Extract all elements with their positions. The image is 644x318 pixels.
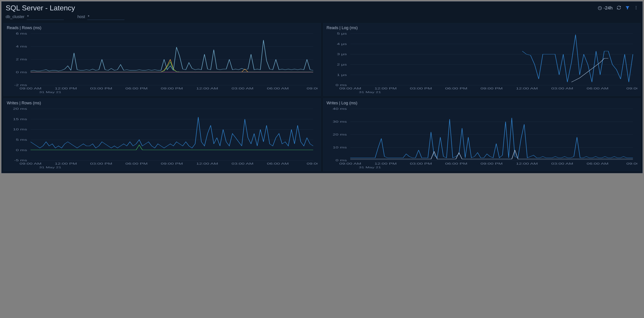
svg-text:09:00: 09:00 (626, 162, 637, 165)
panel-reads-log[interactable]: Reads | Log (ms) 0 ms1 µs2 µs3 µs4 µs5 µ… (323, 23, 640, 96)
svg-text:31 May 21: 31 May 21 (39, 166, 61, 169)
svg-text:03:00 AM: 03:00 AM (551, 87, 573, 90)
svg-text:12:00 PM: 12:00 PM (55, 87, 77, 90)
svg-text:31 May 21: 31 May 21 (359, 166, 381, 169)
chart-reads-rows[interactable]: -2 ms0 ms2 ms4 ms6 ms09:00 AM12:00 PM03:… (7, 31, 318, 94)
svg-text:09:00 AM: 09:00 AM (20, 87, 42, 90)
panel-title: Reads | Log (ms) (326, 25, 637, 30)
svg-text:09:00: 09:00 (306, 87, 318, 90)
svg-text:12:00 AM: 12:00 AM (516, 162, 538, 165)
svg-text:-5 ms: -5 ms (14, 159, 27, 162)
svg-text:09:00 PM: 09:00 PM (480, 87, 502, 90)
svg-point-1 (636, 6, 636, 6)
panel-writes-log[interactable]: Writes | Log (ms) 0 ms10 ms20 ms30 ms40 … (323, 98, 640, 171)
svg-text:06:00 PM: 06:00 PM (125, 162, 148, 165)
svg-text:03:00 AM: 03:00 AM (551, 162, 573, 165)
svg-text:20 ms: 20 ms (333, 133, 347, 136)
filter-db-cluster[interactable]: db_cluster * (6, 14, 64, 20)
svg-text:15 ms: 15 ms (13, 118, 27, 121)
svg-text:09:00: 09:00 (626, 87, 637, 90)
panel-grid: Reads | Rows (ms) -2 ms0 ms2 ms4 ms6 ms0… (2, 23, 642, 173)
svg-text:12:00 AM: 12:00 AM (196, 87, 218, 90)
svg-text:12:00 PM: 12:00 PM (374, 162, 397, 165)
refresh-icon (616, 5, 621, 10)
chart-reads-log[interactable]: 0 ms1 µs2 µs3 µs4 µs5 µs09:00 AM12:00 PM… (326, 31, 637, 94)
svg-text:06:00 PM: 06:00 PM (125, 87, 148, 90)
more-vertical-icon (634, 5, 638, 10)
chart-writes-log[interactable]: 0 ms10 ms20 ms30 ms40 ms09:00 AM12:00 PM… (326, 106, 637, 170)
svg-text:09:00 AM: 09:00 AM (340, 162, 361, 165)
svg-text:12:00 AM: 12:00 AM (196, 162, 218, 165)
filter-icon (625, 5, 630, 10)
svg-text:09:00: 09:00 (306, 162, 318, 165)
svg-text:03:00 PM: 03:00 PM (90, 162, 112, 165)
svg-text:12:00 PM: 12:00 PM (374, 87, 397, 90)
chart-writes-rows[interactable]: -5 ms0 ms5 ms10 ms15 ms20 ms09:00 AM12:0… (7, 106, 318, 170)
svg-text:06:00 AM: 06:00 AM (267, 87, 289, 90)
svg-text:0 ms: 0 ms (16, 70, 27, 74)
svg-text:09:00 AM: 09:00 AM (20, 162, 42, 165)
svg-text:4 µs: 4 µs (337, 42, 347, 46)
svg-text:2 µs: 2 µs (337, 63, 347, 66)
svg-text:03:00 PM: 03:00 PM (90, 87, 112, 90)
svg-text:2 ms: 2 ms (16, 58, 27, 61)
refresh-button[interactable] (616, 5, 621, 11)
svg-text:31 May 21: 31 May 21 (39, 91, 61, 94)
panel-title: Writes | Log (ms) (326, 101, 637, 106)
svg-text:5 µs: 5 µs (337, 32, 347, 35)
time-range-picker[interactable]: -24h (598, 5, 612, 11)
svg-text:09:00 PM: 09:00 PM (161, 162, 183, 165)
svg-text:06:00 AM: 06:00 AM (267, 162, 289, 165)
clock-icon (598, 6, 602, 10)
filter-host-label: host (78, 14, 85, 19)
svg-text:09:00 AM: 09:00 AM (340, 87, 361, 90)
svg-text:0 ms: 0 ms (336, 159, 347, 162)
svg-text:4 ms: 4 ms (16, 45, 27, 48)
panel-reads-rows[interactable]: Reads | Rows (ms) -2 ms0 ms2 ms4 ms6 ms0… (4, 23, 321, 96)
filter-host[interactable]: host * (78, 14, 124, 20)
svg-text:06:00 AM: 06:00 AM (586, 162, 608, 165)
more-menu-button[interactable] (634, 5, 638, 11)
svg-text:09:00 PM: 09:00 PM (161, 87, 183, 90)
panel-title: Reads | Rows (ms) (7, 25, 318, 30)
svg-text:0 ms: 0 ms (16, 148, 27, 152)
filter-button[interactable] (625, 5, 630, 11)
svg-text:03:00 AM: 03:00 AM (232, 87, 254, 90)
svg-point-2 (636, 7, 636, 8)
svg-text:03:00 PM: 03:00 PM (410, 87, 432, 90)
svg-text:20 ms: 20 ms (13, 107, 27, 110)
filter-db-cluster-label: db_cluster (6, 14, 24, 19)
svg-text:30 ms: 30 ms (333, 120, 347, 123)
filter-db-cluster-value[interactable]: * (27, 14, 64, 20)
svg-text:10 ms: 10 ms (13, 128, 27, 131)
filter-host-value[interactable]: * (87, 14, 124, 20)
svg-text:40 ms: 40 ms (333, 107, 347, 110)
svg-text:03:00 AM: 03:00 AM (232, 162, 254, 165)
svg-text:12:00 AM: 12:00 AM (516, 87, 538, 90)
svg-text:0 ms: 0 ms (336, 84, 347, 87)
panel-title: Writes | Rows (ms) (7, 101, 318, 106)
svg-text:3 µs: 3 µs (337, 53, 347, 56)
svg-text:06:00 AM: 06:00 AM (586, 87, 608, 90)
svg-text:09:00 PM: 09:00 PM (480, 162, 502, 165)
svg-text:6 ms: 6 ms (16, 32, 27, 35)
filter-bar: db_cluster * host * (2, 13, 642, 23)
svg-text:5 ms: 5 ms (16, 138, 27, 141)
svg-point-3 (636, 8, 636, 9)
svg-text:-2 ms: -2 ms (14, 84, 27, 87)
time-range-label: -24h (604, 5, 612, 11)
svg-text:31 May 21: 31 May 21 (359, 91, 381, 94)
svg-text:06:00 PM: 06:00 PM (445, 87, 467, 90)
toolbar: -24h (598, 5, 638, 11)
panel-writes-rows[interactable]: Writes | Rows (ms) -5 ms0 ms5 ms10 ms15 … (4, 98, 321, 171)
svg-text:06:00 PM: 06:00 PM (445, 162, 467, 165)
svg-text:1 µs: 1 µs (337, 73, 347, 77)
svg-text:10 ms: 10 ms (333, 146, 347, 149)
top-bar: SQL Server - Latency -24h (2, 1, 642, 13)
svg-text:03:00 PM: 03:00 PM (410, 162, 432, 165)
svg-text:12:00 PM: 12:00 PM (55, 162, 77, 165)
dashboard-frame: SQL Server - Latency -24h db_cluster * h… (1, 1, 643, 173)
page-title: SQL Server - Latency (6, 4, 75, 12)
